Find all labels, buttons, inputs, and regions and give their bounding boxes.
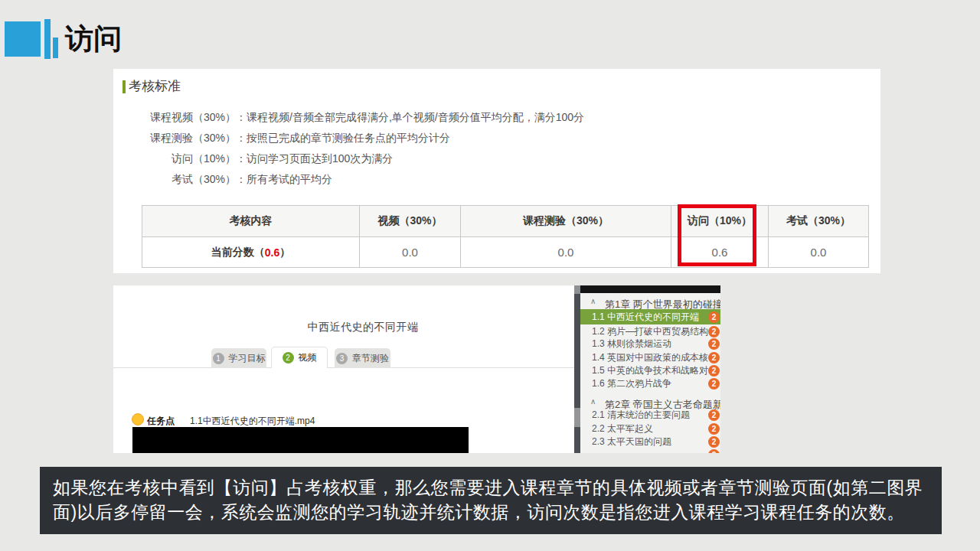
item-label: 1.4 英国对中国政策的成本核算 (592, 351, 708, 364)
sidebar-item-1-2[interactable]: 1.2 鸦片—打破中西贸易结构的不... 2 (580, 325, 720, 338)
sidebar-item-1-1[interactable]: 1.1 中西近代史的不同开端 2 (580, 309, 720, 324)
col-header-content: 考核内容 (142, 206, 359, 236)
sidebar-item-1-6[interactable]: 1.6 第二次鸦片战争 2 (580, 377, 720, 390)
task-count-badge: 2 (708, 423, 720, 435)
item-label: 2.1 清末统治的主要问题 (592, 409, 690, 422)
explanation-banner: 如果您在考核中看到【访问】占考核权重，那么您需要进入课程章节的具体视频或者章节测… (40, 467, 942, 534)
course-page-screenshot: 中西近代史的不同开端 1 学习目标 2 视频 3 章节测验 任务点 1.1中西近… (113, 285, 720, 453)
course-content-panel: 中西近代史的不同开端 1 学习目标 2 视频 3 章节测验 任务点 1.1中西近… (113, 285, 574, 453)
tab-chapter-quiz[interactable]: 3 章节测验 (335, 348, 390, 368)
quiz-score-value: 0.0 (460, 237, 671, 267)
sidebar-item-1-3[interactable]: 1.3 林则徐禁烟运动 2 (580, 337, 720, 350)
task-count-badge: 2 (708, 436, 720, 448)
course-section-title: 中西近代史的不同开端 (256, 321, 470, 334)
criteria-label: 考试（30%） (150, 173, 236, 185)
tab-number-badge: 3 (336, 353, 348, 364)
total-score-value: 0.6 (265, 246, 279, 259)
item-label: 1.5 中英的战争技术和战略对比 (592, 364, 708, 377)
criteria-line-exam: 考试（30%）：所有考试的平均分 (150, 173, 584, 185)
criteria-line-video: 课程视频（30%）：课程视频/音频全部完成得满分,单个视频/音频分值平均分配，满… (150, 111, 584, 123)
tab-label: 视频 (299, 351, 317, 364)
task-point-label: 任务点 (147, 415, 175, 428)
tab-number-badge: 2 (283, 352, 294, 364)
col-header-visit: 访问（10%） (671, 206, 768, 236)
criteria-desc: ：按照已完成的章节测验任务点的平均分计分 (236, 132, 450, 144)
collapse-icon[interactable]: ∧ (590, 297, 596, 305)
sidebar-item-2-2[interactable]: 2.2 太平军起义 2 (580, 422, 720, 435)
scrollbar-cap (574, 285, 580, 294)
col-header-exam: 考试（30%） (768, 206, 868, 236)
criteria-label: 课程测验（30%） (150, 132, 236, 144)
label-suffix: ） (279, 246, 290, 259)
visit-score-value: 0.6 (671, 237, 768, 267)
assessment-card: 考核标准 课程视频（30%）：课程视频/音频全部完成得满分,单个视频/音频分值平… (113, 69, 880, 273)
criteria-desc: ：访问学习页面达到100次为满分 (236, 152, 393, 165)
sidebar-item-2-1[interactable]: 2.1 清末统治的主要问题 2 (580, 409, 720, 422)
sidebar-top-bar (580, 285, 720, 293)
task-count-badge: 2 (708, 449, 720, 453)
logo-square-icon (5, 21, 41, 57)
sidebar-item-1-4[interactable]: 1.4 英国对中国政策的成本核算 2 (580, 351, 720, 364)
item-label: 2.3 太平天国的问题 (592, 435, 671, 448)
task-count-badge: 2 (708, 311, 720, 323)
criteria-list: 课程视频（30%）：课程视频/音频全部完成得满分,单个视频/音频分值平均分配，满… (150, 111, 584, 194)
item-label: 1.6 第二次鸦片战争 (592, 377, 671, 390)
video-score-value: 0.0 (359, 237, 460, 267)
task-video-filename[interactable]: 1.1中西近代史的不同开端.mp4 (190, 415, 315, 428)
score-table: 考核内容 视频（30%） 课程测验（30%） 访问（10%） 考试（30%） 当… (142, 205, 869, 268)
tab-number-badge: 1 (213, 353, 224, 364)
item-label: 2.2 太平军起义 (592, 422, 653, 435)
criteria-desc: ：所有考试的平均分 (236, 173, 332, 185)
criteria-line-quiz: 课程测验（30%）：按照已完成的章节测验任务点的平均分计分 (150, 132, 584, 144)
task-count-badge: 2 (708, 352, 720, 364)
item-label: 1.2 鸦片—打破中西贸易结构的不... (592, 325, 708, 338)
section-accent-bar (122, 80, 126, 93)
task-count-badge: 2 (708, 326, 720, 337)
task-count-badge: 2 (708, 409, 720, 421)
tab-learning-goals[interactable]: 1 学习目标 (211, 348, 266, 368)
chapter-sidebar: ∧ 第1章 两个世界最初的碰撞 1.1 中西近代史的不同开端 2 1.2 鸦片—… (580, 285, 720, 453)
chapter-2-header[interactable]: ∧ 第2章 帝国主义古老命题新解 (580, 397, 720, 409)
task-count-badge: 2 (708, 338, 720, 350)
criteria-label: 课程视频（30%） (150, 111, 236, 123)
page-title: 访问 (65, 20, 122, 58)
item-label: 1.3 林则徐禁烟运动 (592, 337, 671, 350)
task-point-icon (132, 413, 144, 425)
score-table-header: 考核内容 视频（30%） 课程测验（30%） 访问（10%） 考试（30%） (142, 206, 868, 236)
assessment-heading: 考核标准 (129, 77, 181, 95)
task-count-badge: 2 (708, 378, 720, 390)
criteria-desc: ：课程视频/音频全部完成得满分,单个视频/音频分值平均分配，满分100分 (236, 111, 584, 123)
sidebar-item-2-3[interactable]: 2.3 太平天国的问题 2 (580, 435, 720, 448)
scrollbar[interactable] (574, 285, 580, 453)
scrollbar-thumb[interactable] (574, 408, 580, 427)
label-prefix: 当前分数（ (211, 246, 265, 259)
tab-label: 学习目标 (229, 352, 266, 365)
sidebar-item-1-5[interactable]: 1.5 中英的战争技术和战略对比 2 (580, 364, 720, 377)
logo-bar-icon (44, 19, 51, 59)
exam-score-value: 0.0 (768, 237, 868, 267)
tab-video[interactable]: 2 视频 (271, 347, 328, 368)
col-header-video: 视频（30%） (359, 206, 460, 236)
video-player-redacted[interactable] (132, 427, 469, 453)
criteria-label: 访问（10%） (150, 152, 236, 165)
sidebar-item-partial[interactable]: 2 (580, 448, 720, 453)
task-count-badge: 2 (708, 365, 720, 377)
score-table-row: 当前分数（ 0.6 ） 0.0 0.0 0.6 0.0 (142, 236, 868, 267)
criteria-line-visit: 访问（10%）：访问学习页面达到100次为满分 (150, 152, 584, 165)
chapter-1-header[interactable]: ∧ 第1章 两个世界最初的碰撞 (580, 297, 720, 309)
tab-label: 章节测验 (352, 352, 389, 365)
current-score-label: 当前分数（ 0.6 ） (142, 237, 359, 267)
collapse-icon[interactable]: ∧ (590, 397, 596, 406)
col-header-quiz: 课程测验（30%） (460, 206, 671, 236)
item-label: 1.1 中西近代史的不同开端 (592, 309, 699, 324)
logo-small-bar-icon (53, 37, 58, 58)
